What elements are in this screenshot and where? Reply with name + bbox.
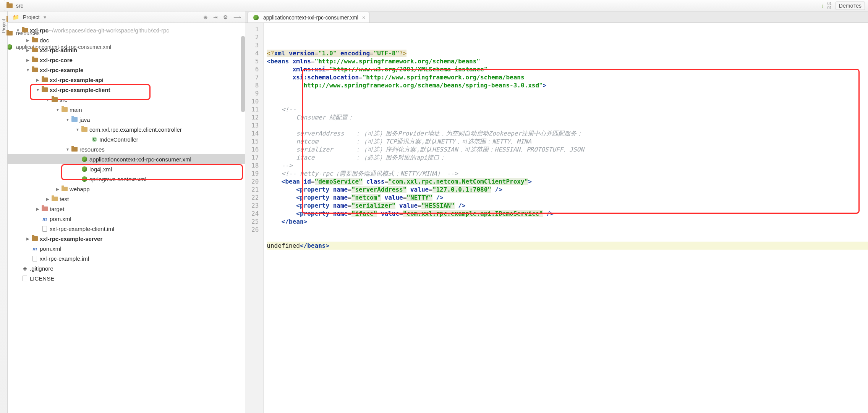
tree-item[interactable]: ▶CIndexController	[8, 134, 245, 144]
folder-dark-icon	[31, 47, 38, 53]
project-title: Project	[23, 14, 40, 20]
folder-dark-icon	[71, 146, 78, 153]
chevron-right-icon[interactable]: ▶	[35, 78, 40, 82]
chevron-down-icon[interactable]: ▼	[55, 108, 60, 112]
tree-item-label: main	[70, 106, 82, 113]
tree-item[interactable]: ▶log4j.xml	[8, 164, 245, 174]
tree-item[interactable]: ▶LICENSE	[8, 273, 245, 283]
tree-item[interactable]: ▼xxl-rpc ~/workspaces/idea-git-workspace…	[8, 25, 245, 35]
tree-item-label: pom.xml	[50, 216, 71, 222]
tree-item-label: xxl-rpc-example-api	[50, 77, 104, 83]
tree-item[interactable]: ▼com.xxl.rpc.example.client.controller	[8, 124, 245, 134]
tree-item-label: xxl-rpc	[30, 27, 49, 34]
editor-tab[interactable]: applicationcontext-xxl-rpc-consumer.xml …	[248, 12, 369, 23]
chevron-right-icon[interactable]: ▶	[55, 187, 60, 191]
scrollbar-thumb[interactable]	[241, 36, 245, 112]
tree-item[interactable]: ▶springmvc-context.xml	[8, 174, 245, 184]
collapse-icon[interactable]: ⇥	[213, 14, 218, 20]
code-editor[interactable]: 1234567891011121314151617181920212223242…	[245, 23, 868, 413]
folder-dark-icon	[41, 76, 48, 83]
folder-dark-icon	[31, 37, 38, 44]
chevron-down-icon[interactable]: ▼	[45, 98, 50, 102]
folder-red-icon	[41, 205, 48, 212]
binary-icon[interactable]: 0101	[828, 2, 832, 10]
chevron-right-icon[interactable]: ▶	[25, 48, 31, 52]
tree-item-label: xxl-rpc-example.iml	[40, 255, 89, 262]
chevron-right-icon[interactable]: ▶	[45, 197, 50, 201]
line-gutter: 1234567891011121314151617181920212223242…	[245, 23, 264, 413]
project-tree[interactable]: ▼xxl-rpc ~/workspaces/idea-git-workspace…	[8, 23, 245, 413]
folder-blue-icon	[71, 116, 78, 123]
tree-item-label: xxl-rpc-example-client.iml	[50, 226, 114, 232]
m-icon: m	[31, 245, 38, 252]
tree-item[interactable]: ▼src	[8, 95, 245, 105]
project-panel: 📁Project ▾ ⊕ ⇥ ⚙ ⟶ ▼xxl-rpc ~/workspaces…	[8, 11, 245, 413]
tree-item[interactable]: ▶xxl-rpc-core	[8, 55, 245, 65]
tree-item-label: test	[60, 196, 69, 202]
chevron-down-icon[interactable]: ▼	[15, 28, 21, 32]
xml-icon	[81, 166, 88, 173]
chevron-right-icon[interactable]: ▶	[35, 207, 40, 211]
tree-item[interactable]: ▶applicationcontext-xxl-rpc-consumer.xml	[8, 154, 245, 164]
chevron-right-icon[interactable]: ▶	[25, 237, 31, 241]
tree-item[interactable]: ▼java	[8, 115, 245, 124]
tree-item[interactable]: ▶xxl-rpc-example-client.iml	[8, 224, 245, 234]
tree-item[interactable]: ▶target	[8, 204, 245, 214]
chevron-right-icon[interactable]: ▶	[25, 58, 31, 62]
dropdown-icon[interactable]: ▾	[44, 14, 46, 20]
chevron-right-icon[interactable]: ▶	[25, 38, 31, 42]
chevron-down-icon[interactable]: ▼	[35, 88, 40, 92]
folder-icon	[51, 195, 58, 202]
folder-dark-icon	[51, 96, 58, 103]
folder-icon	[81, 126, 88, 133]
tree-item-label: doc	[40, 37, 49, 44]
code-content[interactable]: <?xml version="1.0" encoding="UTF-8"?><b…	[264, 23, 868, 413]
tree-item[interactable]: ▼resources	[8, 144, 245, 154]
hide-icon[interactable]: ⟶	[233, 14, 241, 20]
download-icon[interactable]: ↓	[821, 3, 824, 9]
file-icon	[31, 255, 38, 262]
xml-file-icon	[253, 15, 259, 20]
folder-icon	[61, 106, 68, 113]
git-icon: ◈	[21, 265, 28, 272]
tree-item[interactable]: ▼xxl-rpc-example-client	[8, 85, 245, 95]
tree-item-label: webapp	[70, 186, 90, 192]
chevron-down-icon[interactable]: ▼	[25, 68, 31, 72]
file-icon	[41, 225, 48, 232]
tree-item[interactable]: ▶mpom.xml	[8, 244, 245, 253]
tree-item[interactable]: ▶xxl-rpc-example-api	[8, 75, 245, 85]
tree-item-label: pom.xml	[40, 245, 62, 252]
target-icon[interactable]: ⊕	[203, 14, 208, 20]
project-tool-tab[interactable]: Project	[1, 19, 6, 33]
folder-icon	[61, 186, 68, 192]
tree-item-label: IndexController	[99, 136, 138, 143]
tab-label: applicationcontext-xxl-rpc-consumer.xml	[263, 15, 358, 21]
tree-item[interactable]: ▶xxl-rpc-example-server	[8, 234, 245, 244]
breadcrumb-item[interactable]: src	[3, 2, 113, 9]
breadcrumb: xxl-rpc〉xxl-rpc-example〉xxl-rpc-example-…	[0, 0, 868, 11]
tree-item[interactable]: ▶test	[8, 194, 245, 204]
chevron-down-icon[interactable]: ▼	[75, 127, 80, 132]
gear-icon[interactable]: ⚙	[223, 14, 228, 20]
chevron-down-icon[interactable]: ▼	[65, 118, 70, 122]
tree-item[interactable]: ▶xxl-rpc-admin	[8, 45, 245, 55]
tree-item[interactable]: ▼main	[8, 105, 245, 115]
tree-item[interactable]: ▶mpom.xml	[8, 214, 245, 224]
tree-item-label: springmvc-context.xml	[89, 176, 146, 182]
tree-item[interactable]: ▶◈.gitignore	[8, 263, 245, 273]
tree-item[interactable]: ▶xxl-rpc-example.iml	[8, 253, 245, 263]
xml-icon	[81, 176, 88, 182]
chevron-down-icon[interactable]: ▼	[65, 147, 70, 152]
close-icon[interactable]: ×	[362, 15, 365, 21]
tree-item-label: xxl-rpc-example-client	[50, 87, 110, 93]
tree-item[interactable]: ▶webapp	[8, 184, 245, 194]
project-icon: 📁	[12, 14, 19, 21]
tree-item[interactable]: ▶doc	[8, 35, 245, 45]
editor-tabbar: applicationcontext-xxl-rpc-consumer.xml …	[245, 11, 868, 23]
tree-item[interactable]: ▼xxl-rpc-example	[8, 65, 245, 75]
tree-item-label: .gitignore	[30, 265, 53, 272]
tree-item-label: target	[50, 206, 64, 212]
tree-item-label: java	[79, 116, 90, 123]
run-config-selector[interactable]: DemoTes	[836, 2, 865, 10]
folder-dark-icon	[31, 235, 38, 242]
